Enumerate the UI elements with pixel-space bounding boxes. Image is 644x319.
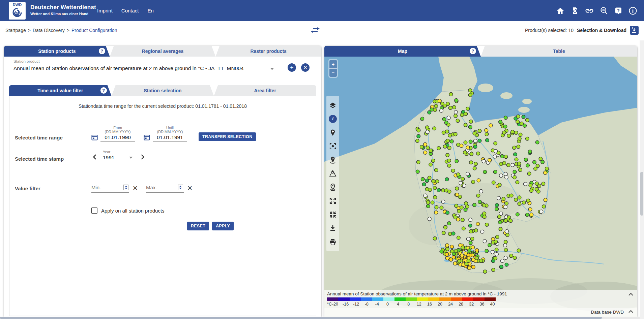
station-dot[interactable] [518,137,521,140]
station-dot[interactable] [471,246,475,249]
station-dot[interactable] [450,245,454,249]
map-canvas[interactable] [324,57,637,317]
station-dot[interactable] [425,187,429,191]
pin-selected-round-icon[interactable] [329,156,337,164]
add-product-button[interactable]: + [288,63,296,72]
station-dot[interactable] [517,115,520,119]
station-dot[interactable] [460,254,464,257]
station-dot[interactable] [458,259,461,263]
station-dot[interactable] [472,265,475,269]
station-dot[interactable] [423,142,427,146]
station-dot[interactable] [539,210,543,214]
station-dot[interactable] [433,127,436,130]
download-map-icon[interactable] [329,224,337,232]
station-dot[interactable] [473,139,477,143]
station-dot[interactable] [476,194,480,197]
station-dot[interactable] [468,224,472,227]
station-dot[interactable] [473,166,476,170]
max-stepper-icon[interactable] [178,185,183,190]
station-dot[interactable] [526,199,530,202]
station-dot[interactable] [445,247,449,251]
station-dot[interactable] [504,116,507,120]
station-dot[interactable] [473,132,476,135]
station-dot[interactable] [433,195,437,199]
station-dot[interactable] [513,170,517,174]
station-dot[interactable] [535,140,539,144]
tab-table[interactable]: Table [481,46,637,57]
link-icon[interactable] [585,6,594,15]
station-dot[interactable] [513,146,516,150]
station-dot[interactable] [522,115,525,119]
station-dot[interactable] [525,118,529,122]
clear-min-icon[interactable]: ✕ [133,184,138,192]
station-dot[interactable] [447,164,451,167]
station-dot[interactable] [502,161,506,165]
zoom-out-button[interactable]: − [329,69,337,77]
station-dot[interactable] [465,262,468,266]
station-dot[interactable] [455,99,458,102]
station-dot[interactable] [499,212,503,216]
station-dot[interactable] [489,124,493,127]
station-dot[interactable] [494,256,497,260]
station-dot[interactable] [461,177,465,181]
breadcrumb-data-discovery[interactable]: Data Discovery [33,28,65,33]
nav-language-toggle[interactable]: En [148,8,154,13]
station-dot[interactable] [485,132,489,136]
station-dot[interactable] [469,229,473,233]
station-dot[interactable] [470,152,473,156]
station-dot[interactable] [459,244,462,247]
clear-max-icon[interactable]: ✕ [187,184,193,192]
station-dot[interactable] [443,226,447,229]
reset-button[interactable]: RESET [187,222,209,230]
station-dot[interactable] [447,222,451,225]
station-dot[interactable] [423,194,427,197]
station-dot[interactable] [447,146,451,150]
map-viewport[interactable]: + − i [324,57,637,317]
station-products-help-icon[interactable]: ? [99,48,105,54]
station-dot[interactable] [421,178,425,181]
station-dot[interactable] [426,130,429,134]
tab-time-value-filter[interactable]: Time and value filter ? [9,85,112,96]
station-dot[interactable] [504,205,507,209]
station-dot[interactable] [494,150,498,153]
station-dot[interactable] [431,201,434,204]
station-dot[interactable] [422,183,426,186]
station-dot[interactable] [466,172,470,176]
station-dot[interactable] [503,244,507,247]
station-dot[interactable] [523,182,527,186]
station-dot[interactable] [502,197,505,201]
calendar-icon[interactable] [144,134,150,140]
station-dot[interactable] [468,93,472,97]
legend-collapse-icon[interactable] [628,292,634,297]
station-dot[interactable] [464,123,467,127]
station-dot[interactable] [516,181,519,184]
add-station-pin-icon[interactable] [329,129,337,137]
station-dot[interactable] [445,244,449,247]
station-dot[interactable] [462,227,466,230]
station-dot[interactable] [455,204,458,208]
station-dot[interactable] [511,130,515,134]
station-dot[interactable] [468,89,472,92]
station-dot[interactable] [479,189,483,193]
station-dot[interactable] [504,256,507,260]
time-value-filter-help-icon[interactable]: ? [100,87,107,94]
station-dot[interactable] [429,163,433,166]
station-dot[interactable] [445,256,449,260]
tab-station-products[interactable]: Station products ? [4,46,110,57]
station-dot[interactable] [441,200,445,203]
station-dot[interactable] [505,176,508,179]
station-dot[interactable] [447,190,451,194]
station-dot[interactable] [461,218,465,222]
station-dot[interactable] [513,176,517,179]
pin-single-icon[interactable] [329,183,337,191]
station-dot[interactable] [474,229,478,232]
station-dot[interactable] [504,155,508,159]
station-dot[interactable] [530,189,533,193]
station-dot[interactable] [438,99,442,103]
station-dot[interactable] [478,129,481,133]
station-dot[interactable] [482,215,486,219]
remove-product-button[interactable]: ✕ [301,63,310,72]
station-dot[interactable] [488,243,492,247]
station-dot[interactable] [479,259,483,263]
station-dot[interactable] [454,110,458,114]
